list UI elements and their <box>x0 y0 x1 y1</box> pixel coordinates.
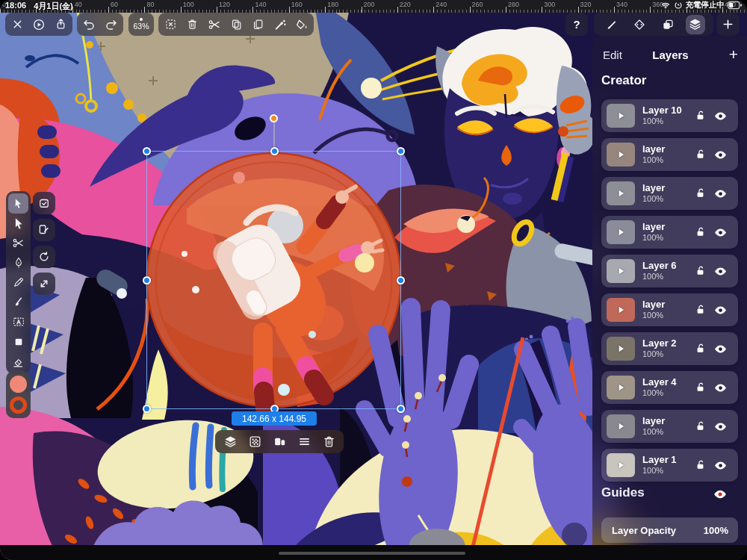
eye-icon[interactable] <box>713 458 728 476</box>
delete-button[interactable] <box>183 15 202 34</box>
rotate-button[interactable] <box>33 246 55 268</box>
tool-shape[interactable] <box>8 332 28 352</box>
layer-thumbnail[interactable] <box>607 376 635 399</box>
style-picker-button[interactable] <box>270 15 290 34</box>
layer-thumbnail[interactable] <box>607 414 635 438</box>
handle-top-center[interactable] <box>270 147 279 155</box>
layer-expand-icon[interactable] <box>615 149 627 161</box>
layer-row[interactable]: layer 100% <box>601 410 738 443</box>
help-button[interactable]: ? <box>565 13 588 36</box>
add-layer-button[interactable]: + <box>729 47 738 62</box>
lock-icon[interactable] <box>694 458 707 474</box>
eye-icon[interactable] <box>713 303 728 320</box>
tool-pen[interactable] <box>8 253 28 273</box>
layer-row[interactable]: layer 100% <box>601 177 738 210</box>
handle-bottom-right[interactable] <box>397 405 405 413</box>
tool-eraser[interactable] <box>8 352 28 372</box>
layer-expand-icon[interactable] <box>615 187 627 199</box>
context-opacity-button[interactable] <box>245 432 264 452</box>
context-layers-button[interactable] <box>220 432 240 452</box>
stroke-color-swatch[interactable] <box>10 396 27 414</box>
context-menu-button[interactable] <box>294 432 314 452</box>
eye-icon[interactable] <box>713 420 728 437</box>
layer-thumbnail[interactable] <box>607 181 635 205</box>
eye-icon[interactable] <box>713 187 728 204</box>
layer-row[interactable]: Layer 1 100% <box>601 449 738 482</box>
layer-expand-icon[interactable] <box>615 265 627 277</box>
canvas-corner-widget[interactable] <box>562 523 587 548</box>
close-button[interactable] <box>7 15 27 34</box>
handle-top-right[interactable] <box>397 147 405 155</box>
eye-icon[interactable] <box>713 264 728 281</box>
guides-visibility-toggle[interactable] <box>713 487 728 505</box>
zoom-level-button[interactable]: 63% <box>128 13 154 36</box>
layer-row[interactable]: Layer 4 100% <box>601 371 738 404</box>
guides-row[interactable]: Guides <box>601 485 738 505</box>
lock-icon[interactable] <box>694 420 707 435</box>
undo-button[interactable] <box>79 15 99 34</box>
layer-row[interactable]: Layer 10 100% <box>601 99 738 132</box>
lock-icon[interactable] <box>694 381 707 396</box>
duplicate-button[interactable] <box>33 219 55 241</box>
tool-brush[interactable] <box>8 293 28 313</box>
layer-thumbnail[interactable] <box>607 298 635 322</box>
lock-icon[interactable] <box>694 342 707 358</box>
lock-icon[interactable] <box>694 303 707 319</box>
layer-row[interactable]: layer 100% <box>601 216 738 249</box>
fill-color-swatch[interactable] <box>10 376 27 393</box>
layer-thumbnail[interactable] <box>607 259 635 283</box>
lock-icon[interactable] <box>694 264 707 280</box>
layer-expand-icon[interactable] <box>615 382 627 393</box>
layer-expand-icon[interactable] <box>615 110 627 122</box>
arrange-panel-button[interactable] <box>658 15 678 34</box>
layer-expand-icon[interactable] <box>615 304 627 316</box>
resize-button[interactable] <box>33 273 55 295</box>
snap-panel-button[interactable] <box>630 15 649 34</box>
tool-scissors[interactable] <box>8 233 28 253</box>
handle-bottom-left[interactable] <box>143 405 151 413</box>
layer-row[interactable]: layer 100% <box>601 138 738 171</box>
tool-text[interactable] <box>8 312 28 332</box>
multiselect-button[interactable] <box>33 192 55 214</box>
eye-icon[interactable] <box>713 148 728 165</box>
layer-expand-icon[interactable] <box>615 226 627 238</box>
artboard-title[interactable]: Creator <box>601 73 646 88</box>
layer-thumbnail[interactable] <box>607 453 635 477</box>
layer-expand-icon[interactable] <box>615 343 627 355</box>
add-object-button[interactable] <box>716 13 740 36</box>
eye-icon[interactable] <box>713 225 728 243</box>
tool-pencil[interactable] <box>8 273 28 293</box>
brush-panel-button[interactable] <box>602 15 622 34</box>
layer-row[interactable]: Layer 2 100% <box>601 332 738 365</box>
tool-select[interactable] <box>8 193 28 214</box>
lock-icon[interactable] <box>694 109 707 125</box>
layer-row[interactable]: Layer 6 100% <box>601 255 738 287</box>
layer-expand-icon[interactable] <box>615 420 627 432</box>
layer-thumbnail[interactable] <box>607 143 635 167</box>
preview-button[interactable] <box>29 15 49 34</box>
eye-icon[interactable] <box>713 381 728 398</box>
layers-panel-button[interactable] <box>686 15 705 34</box>
handle-middle-left[interactable] <box>143 276 151 284</box>
eye-icon[interactable] <box>713 109 728 126</box>
fill-bucket-button[interactable] <box>292 15 311 34</box>
horizontal-scrollbar[interactable] <box>279 552 465 555</box>
rotation-handle[interactable] <box>270 114 278 122</box>
layer-expand-icon[interactable] <box>615 459 627 471</box>
tool-direct-select[interactable] <box>8 214 28 234</box>
handle-top-left[interactable] <box>143 147 151 155</box>
deselect-button[interactable] <box>161 15 180 34</box>
paste-button[interactable] <box>248 15 267 34</box>
horizontal-ruler[interactable]: 0204060801001201401601802002202402602803… <box>0 0 747 13</box>
lock-icon[interactable] <box>694 225 707 241</box>
copy-button[interactable] <box>226 15 246 34</box>
tab-layers[interactable]: Layers <box>603 49 738 61</box>
share-button[interactable] <box>51 15 70 34</box>
layer-row[interactable]: layer 100% <box>601 293 738 326</box>
lock-icon[interactable] <box>694 148 707 164</box>
redo-button[interactable] <box>102 15 121 34</box>
layer-thumbnail[interactable] <box>607 337 635 361</box>
cut-button[interactable] <box>205 15 224 34</box>
lock-icon[interactable] <box>694 187 707 202</box>
handle-middle-right[interactable] <box>397 276 405 284</box>
